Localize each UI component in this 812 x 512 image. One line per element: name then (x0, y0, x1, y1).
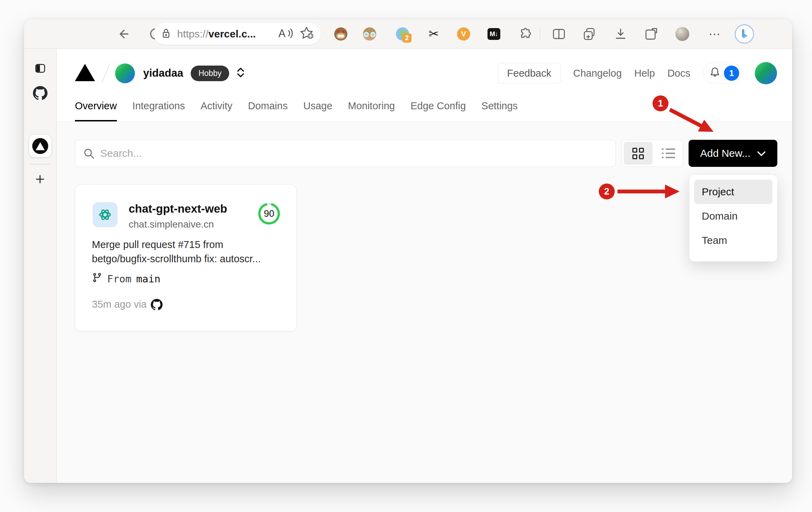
tab-usage[interactable]: Usage (303, 97, 332, 121)
collections-icon[interactable] (643, 26, 659, 42)
sidebar-panel-icon[interactable] (34, 62, 46, 75)
add-new-menu: Project Domain Team (689, 175, 777, 262)
annotation-step-1: 1 (653, 95, 668, 111)
sidebar-divider (31, 164, 50, 164)
team-avatar[interactable] (115, 63, 135, 83)
nav-docs[interactable]: Docs (667, 68, 690, 79)
dashboard-content: Add New... Project Domain Team (57, 122, 792, 483)
back-icon[interactable] (116, 26, 131, 42)
browser-sidebar: + (24, 49, 57, 483)
add-favorite-icon[interactable] (299, 26, 314, 42)
dashboard-header: yidadaa Hobby Feedback Changelog Help Do… (57, 49, 792, 97)
tab-domains[interactable]: Domains (248, 97, 287, 121)
breadcrumb-slash (101, 63, 110, 83)
extension-tab-count-badge: 2 (402, 33, 412, 43)
annotation-step-2: 2 (599, 184, 615, 199)
list-view-button[interactable] (654, 140, 683, 167)
vercel-favicon (32, 138, 48, 154)
downloads-icon[interactable] (613, 26, 628, 42)
menu-item-team[interactable]: Team (694, 228, 772, 253)
address-bar[interactable]: https://vercel.c... A (154, 23, 321, 45)
browser-window: https://vercel.c... A 2 ✂ V (24, 19, 792, 483)
github-tab-icon[interactable] (33, 86, 47, 100)
more-menu-icon[interactable]: ⋯ (707, 26, 723, 42)
git-branch-icon (92, 272, 102, 285)
search-container (75, 140, 616, 167)
bell-icon (709, 66, 721, 80)
branch-name: main (136, 273, 161, 285)
notifications-button[interactable]: 1 (703, 62, 742, 84)
vercel-logo[interactable] (75, 64, 95, 83)
feedback-button[interactable]: Feedback (498, 63, 561, 84)
extension-markdown-icon[interactable]: M↓ (486, 26, 501, 42)
extension-scissors-icon[interactable]: ✂ (426, 26, 441, 42)
tab-activity[interactable]: Activity (200, 97, 232, 121)
project-logo (93, 202, 118, 227)
search-icon (83, 148, 95, 161)
desktop-background: https://vercel.c... A 2 ✂ V (0, 0, 812, 512)
plan-badge: Hobby (191, 66, 229, 81)
nav-help[interactable]: Help (634, 68, 655, 79)
vercel-dashboard: yidadaa Hobby Feedback Changelog Help Do… (57, 49, 792, 483)
analytics-score-ring[interactable]: 90 (258, 202, 280, 225)
notification-count-badge: 1 (724, 66, 739, 81)
branch-row: From main (92, 272, 161, 285)
extension-v-icon[interactable]: V (456, 26, 471, 42)
extensions-puzzle-icon[interactable] (517, 26, 532, 42)
read-aloud-icon[interactable]: A (278, 26, 294, 42)
tab-overview[interactable]: Overview (75, 97, 117, 121)
browser-toolbar: https://vercel.c... A 2 ✂ V (24, 19, 792, 49)
nav-changelog[interactable]: Changelog (573, 68, 622, 79)
tab-settings[interactable]: Settings (482, 97, 518, 121)
menu-item-project[interactable]: Project (694, 180, 772, 204)
extension-tabs-icon[interactable]: 2 (395, 26, 410, 42)
bing-discover-icon[interactable] (735, 24, 754, 44)
search-input[interactable] (75, 140, 616, 167)
grid-view-icon (632, 148, 644, 159)
split-screen-icon[interactable] (551, 26, 567, 42)
new-tab-button[interactable]: + (35, 171, 45, 187)
user-avatar[interactable] (755, 62, 777, 84)
deployment-meta: 35m ago via (92, 298, 163, 310)
vercel-tab-active[interactable] (29, 135, 51, 157)
commit-message: Merge pull request #715 from betgo/bugfi… (92, 238, 261, 266)
url-text: https://vercel.c... (177, 28, 256, 40)
github-icon (151, 299, 163, 310)
tab-integrations[interactable]: Integrations (132, 97, 185, 121)
profile-avatar-icon[interactable] (675, 26, 690, 42)
extension-monkey-icon[interactable] (333, 26, 348, 42)
tab-monitoring[interactable]: Monitoring (348, 97, 395, 121)
chevron-down-icon (757, 147, 766, 159)
view-toggle (622, 140, 683, 167)
toolbar-divider (540, 28, 540, 40)
add-new-button[interactable]: Add New... (689, 140, 777, 167)
project-domain[interactable]: chat.simplenaive.cn (129, 219, 227, 230)
tab-edge-config[interactable]: Edge Config (411, 97, 466, 121)
menu-item-domain[interactable]: Domain (694, 204, 772, 228)
list-view-icon (662, 148, 675, 158)
extension-avatar-icon[interactable] (362, 26, 377, 42)
lock-icon (160, 27, 172, 41)
scope-switcher-icon[interactable] (236, 67, 245, 79)
dashboard-tabs: Overview Integrations Activity Domains U… (57, 97, 792, 122)
team-name: yidadaa (143, 67, 183, 79)
svg-text:A: A (278, 27, 286, 39)
project-card[interactable]: chat-gpt-next-web chat.simplenaive.cn 90 (75, 185, 297, 331)
grid-view-button[interactable] (624, 142, 653, 165)
duplicate-tab-icon[interactable] (582, 26, 597, 42)
project-name: chat-gpt-next-web (129, 202, 227, 215)
analytics-score: 90 (258, 202, 280, 225)
